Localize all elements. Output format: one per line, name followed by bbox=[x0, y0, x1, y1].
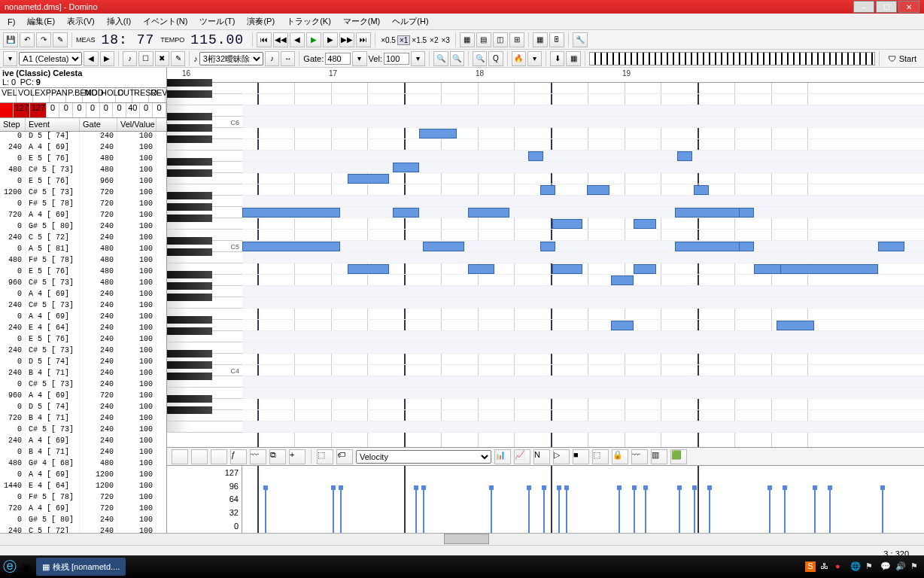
midi-note[interactable] bbox=[423, 242, 464, 251]
menu-item[interactable]: マーク(M) bbox=[337, 16, 387, 27]
event-row[interactable]: 240C 5 [ 72]240100 bbox=[0, 527, 166, 533]
midi-note[interactable] bbox=[419, 129, 457, 138]
meter-icon[interactable]: 🟩 bbox=[670, 449, 687, 464]
menu-item[interactable]: ツール(T) bbox=[193, 16, 241, 27]
midi-note[interactable] bbox=[634, 264, 656, 274]
event-row[interactable]: 0D 5 [ 74]240100 bbox=[0, 357, 166, 369]
event-row[interactable]: 240A 4 [ 69]240100 bbox=[0, 143, 166, 154]
midi-note[interactable] bbox=[242, 208, 340, 218]
event-row[interactable]: 0B 4 [ 71]240100 bbox=[0, 448, 166, 459]
midi-note[interactable] bbox=[468, 264, 494, 274]
midi-note[interactable] bbox=[348, 174, 389, 184]
event-row[interactable]: 240C# 5 [ 73]240100 bbox=[0, 301, 166, 312]
midi-note[interactable] bbox=[777, 321, 814, 330]
zoom-q-icon[interactable]: Q bbox=[488, 51, 503, 66]
view4-icon[interactable]: ⊞ bbox=[509, 32, 524, 47]
velocity-stick[interactable] bbox=[528, 488, 530, 533]
h-scrollbar[interactable] bbox=[0, 533, 924, 545]
midi-note[interactable] bbox=[552, 219, 582, 229]
rewind-start-icon[interactable]: ⏮ bbox=[257, 32, 272, 47]
event-row[interactable]: 0A 4 [ 69]240100 bbox=[0, 290, 166, 301]
draw-tool-icon[interactable]: ✎ bbox=[171, 51, 185, 66]
midi-note[interactable] bbox=[552, 264, 582, 274]
lock-icon[interactable]: 🔒 bbox=[612, 449, 628, 464]
velocity-stick[interactable] bbox=[679, 488, 680, 533]
curve-tool-icon[interactable] bbox=[172, 449, 188, 464]
track-select[interactable]: A1 (Celesta) bbox=[19, 52, 82, 65]
velocity-stick[interactable] bbox=[333, 488, 334, 533]
start-button[interactable]: 🛡Start bbox=[883, 54, 921, 63]
velocity-stick[interactable] bbox=[709, 488, 710, 533]
nv-icon[interactable]: N bbox=[533, 449, 550, 464]
midi-note[interactable] bbox=[528, 151, 543, 161]
play-icon[interactable]: ▶ bbox=[306, 32, 321, 47]
snap-opt1-icon[interactable]: ♪ bbox=[265, 51, 279, 66]
snap-opt2-icon[interactable]: ↔ bbox=[281, 51, 295, 66]
event-row[interactable]: 0D 5 [ 74]240100 bbox=[0, 403, 166, 414]
velocity-stick[interactable] bbox=[634, 488, 635, 533]
midi-note[interactable] bbox=[677, 151, 692, 161]
step-back-icon[interactable]: ◀◀ bbox=[273, 32, 288, 47]
snap-select[interactable]: 3桁32曖昧除 bbox=[199, 52, 263, 65]
view1-icon[interactable]: ▦ bbox=[460, 32, 475, 47]
velocity-stick[interactable] bbox=[491, 488, 492, 533]
velocity-param-select[interactable]: Velocity bbox=[356, 450, 491, 464]
zoomout-icon[interactable]: 🔍 bbox=[450, 51, 464, 66]
redo-icon[interactable]: ↷ bbox=[36, 32, 51, 47]
event-row[interactable]: 1440E 4 [ 64]1200100 bbox=[0, 482, 166, 493]
event-row[interactable]: 480C# 5 [ 73]480100 bbox=[0, 166, 166, 177]
speed-button[interactable]: ×1 bbox=[397, 35, 410, 45]
midi-note[interactable] bbox=[540, 185, 555, 195]
velocity-area[interactable]: 1279664320 bbox=[167, 465, 924, 533]
download-icon[interactable]: ⬇ bbox=[550, 51, 564, 66]
next-track-icon[interactable]: ▶ bbox=[100, 51, 114, 66]
velocity-stick[interactable] bbox=[340, 488, 342, 533]
plus-tool-icon[interactable]: + bbox=[289, 449, 305, 464]
event-row[interactable]: 0C# 5 [ 73]240100 bbox=[0, 380, 166, 391]
event-row[interactable]: 240C 5 [ 72]240100 bbox=[0, 233, 166, 245]
event-row[interactable]: 0G# 5 [ 80]240100 bbox=[0, 516, 166, 527]
event-row[interactable]: 0E 5 [ 76]480100 bbox=[0, 267, 166, 278]
event-row[interactable]: 480G# 4 [ 68]480100 bbox=[0, 459, 166, 470]
mixer-icon[interactable]: 🎚 bbox=[549, 32, 564, 47]
chart1-icon[interactable]: 📊 bbox=[494, 449, 511, 464]
gate-down-icon[interactable]: ▾ bbox=[352, 51, 366, 66]
chart2-icon[interactable]: 📈 bbox=[514, 449, 530, 464]
tag-icon[interactable]: 🏷 bbox=[336, 449, 353, 464]
event-row[interactable]: 240E 4 [ 64]240100 bbox=[0, 324, 166, 335]
midi-note[interactable] bbox=[878, 242, 904, 251]
wave-tool-icon[interactable]: 〰 bbox=[250, 449, 266, 464]
velocity-stick[interactable] bbox=[814, 488, 816, 533]
midi-note[interactable] bbox=[739, 208, 754, 218]
menu-item[interactable]: ヘルプ(H) bbox=[386, 16, 434, 27]
midi-note[interactable] bbox=[780, 264, 878, 274]
tool-icon[interactable]: ✎ bbox=[53, 32, 68, 47]
menu-item[interactable]: イベント(N) bbox=[137, 16, 193, 27]
event-row[interactable]: 0F# 5 [ 78]720100 bbox=[0, 199, 166, 211]
menu-item[interactable]: F) bbox=[2, 17, 21, 26]
bar-ruler[interactable]: 16171819 bbox=[167, 68, 924, 83]
velocity-stick[interactable] bbox=[645, 488, 646, 533]
pen-tool-icon[interactable] bbox=[211, 449, 227, 464]
speed-button[interactable]: ×2 bbox=[428, 36, 439, 44]
event-row[interactable]: 0A 4 [ 69]240100 bbox=[0, 312, 166, 324]
close-button[interactable]: ✕ bbox=[898, 1, 919, 13]
menu-item[interactable]: 表示(V) bbox=[61, 16, 101, 27]
midi-note[interactable] bbox=[468, 208, 509, 218]
marquee-icon[interactable]: ⬚ bbox=[317, 449, 333, 464]
midi-note[interactable] bbox=[634, 219, 656, 229]
event-row[interactable]: 240A 4 [ 69]240100 bbox=[0, 437, 166, 448]
event-row[interactable]: 0A 4 [ 69]1200100 bbox=[0, 470, 166, 482]
ie-icon[interactable]: ⓔ bbox=[3, 558, 17, 576]
grid2-icon[interactable]: ▦ bbox=[566, 51, 580, 66]
event-row[interactable]: 960C# 5 [ 73]480100 bbox=[0, 278, 166, 290]
velocity-stick[interactable] bbox=[566, 488, 567, 533]
gate-input[interactable] bbox=[325, 53, 351, 65]
velocity-stick[interactable] bbox=[543, 488, 545, 533]
vel-input[interactable] bbox=[384, 53, 409, 65]
palette-down-icon[interactable]: ▾ bbox=[527, 51, 542, 66]
event-row[interactable]: 0G# 5 [ 80]240100 bbox=[0, 222, 166, 233]
view2-icon[interactable]: ▤ bbox=[476, 32, 491, 47]
event-row[interactable]: 0E 5 [ 76]240100 bbox=[0, 335, 166, 346]
wrench-icon[interactable]: 🔧 bbox=[573, 32, 588, 47]
